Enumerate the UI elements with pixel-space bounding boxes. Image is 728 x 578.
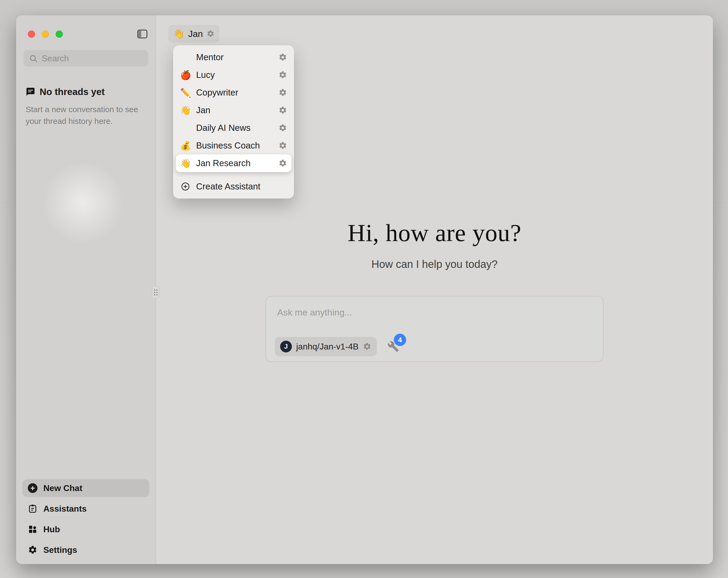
- assistants-badge-icon: [28, 504, 37, 513]
- sidebar-item-new-chat[interactable]: + New Chat: [23, 479, 149, 497]
- menu-item-daily-ai-news[interactable]: Daily AI News: [176, 119, 291, 137]
- search-field: [24, 50, 148, 67]
- hero-section: Hi, how are you? How can I help you toda…: [156, 219, 713, 362]
- gear-icon[interactable]: [279, 88, 287, 97]
- menu-separator: [178, 175, 289, 175]
- menu-item-business-coach[interactable]: 💰 Business Coach: [176, 137, 291, 154]
- model-selector[interactable]: J janhq/Jan-v1-4B: [275, 337, 377, 356]
- menu-item-label: Lucy: [196, 70, 273, 80]
- desktop-background: No threads yet Start a new conversation …: [0, 0, 728, 578]
- grip-dots-icon: [154, 289, 158, 296]
- model-gear-icon[interactable]: [363, 342, 371, 351]
- minimize-button[interactable]: [42, 30, 49, 38]
- sidebar-nav: + New Chat Assistants: [23, 479, 149, 559]
- gear-icon[interactable]: [279, 53, 287, 61]
- plus-circle-icon: +: [28, 483, 37, 493]
- menu-item-label: Daily AI News: [196, 123, 273, 133]
- menu-item-mentor[interactable]: Mentor: [176, 48, 291, 66]
- gear-icon: [28, 545, 37, 555]
- nav-label: Settings: [43, 545, 77, 555]
- assistant-gear-icon[interactable]: [207, 30, 214, 38]
- sidebar: No threads yet Start a new conversation …: [16, 15, 156, 564]
- empty-state-title: No threads yet: [40, 86, 105, 97]
- nav-label: New Chat: [43, 483, 82, 493]
- menu-item-create-assistant[interactable]: Create Assistant: [176, 178, 291, 195]
- empty-threads-state: No threads yet Start a new conversation …: [26, 86, 148, 127]
- nav-label: Hub: [43, 525, 60, 534]
- hub-grid-icon: [28, 525, 37, 534]
- menu-item-label: Create Assistant: [196, 181, 287, 192]
- sidebar-item-assistants[interactable]: Assistants: [23, 500, 149, 518]
- assistant-dropdown-menu: Mentor 🍎 Lucy ✏️ Copywriter: [173, 45, 294, 199]
- gear-icon[interactable]: [279, 124, 287, 132]
- close-button[interactable]: [28, 30, 35, 38]
- search-icon: [29, 54, 38, 63]
- assistant-name: Jan: [188, 29, 203, 39]
- sidebar-item-settings[interactable]: Settings: [23, 541, 149, 559]
- tools-button[interactable]: 4: [387, 341, 399, 352]
- model-name: janhq/Jan-v1-4B: [296, 342, 359, 352]
- pencil-icon: ✏️: [180, 87, 191, 98]
- gear-icon[interactable]: [279, 141, 287, 150]
- sidebar-resize-handle[interactable]: [152, 286, 159, 298]
- menu-item-lucy[interactable]: 🍎 Lucy: [176, 66, 291, 84]
- main-area: 👋 Jan Mentor 🍎 Lucy: [156, 15, 713, 564]
- greeting-title: Hi, how are you?: [156, 219, 713, 247]
- red-apple-icon: 🍎: [180, 70, 191, 80]
- chat-composer: J janhq/Jan-v1-4B 4: [265, 296, 604, 362]
- menu-item-label: Jan: [196, 105, 273, 115]
- menu-item-copywriter[interactable]: ✏️ Copywriter: [176, 84, 291, 101]
- chat-input[interactable]: [266, 297, 603, 321]
- money-bag-icon: 💰: [180, 141, 191, 151]
- traffic-lights: [28, 30, 63, 38]
- tools-count-badge: 4: [394, 334, 406, 346]
- menu-item-label: Jan Research: [196, 158, 273, 168]
- zoom-button[interactable]: [56, 30, 63, 38]
- sidebar-toggle-icon[interactable]: [136, 29, 148, 39]
- waving-hand-icon: 👋: [180, 105, 191, 116]
- app-window: No threads yet Start a new conversation …: [16, 15, 713, 564]
- menu-item-label: Mentor: [196, 52, 273, 62]
- nav-label: Assistants: [43, 504, 87, 514]
- menu-item-label: Business Coach: [196, 141, 273, 151]
- model-avatar: J: [280, 341, 292, 352]
- gear-icon[interactable]: [279, 106, 287, 115]
- chat-bubble-icon: [26, 87, 35, 97]
- empty-state-description: Start a new conversation to see your thr…: [26, 104, 144, 127]
- menu-item-jan[interactable]: 👋 Jan: [176, 101, 291, 119]
- waving-hand-icon: 👋: [180, 158, 191, 169]
- gear-icon[interactable]: [279, 71, 287, 79]
- menu-item-jan-research[interactable]: 👋 Jan Research: [176, 154, 291, 172]
- waving-hand-icon: 👋: [173, 28, 184, 39]
- greeting-subtitle: How can I help you today?: [156, 258, 713, 270]
- search-input[interactable]: [24, 50, 148, 67]
- gear-icon[interactable]: [279, 159, 287, 168]
- plus-circle-outline-icon: [180, 182, 191, 191]
- sidebar-item-hub[interactable]: Hub: [23, 521, 149, 538]
- assistant-selector-chip[interactable]: 👋 Jan: [168, 25, 219, 43]
- menu-item-label: Copywriter: [196, 87, 273, 98]
